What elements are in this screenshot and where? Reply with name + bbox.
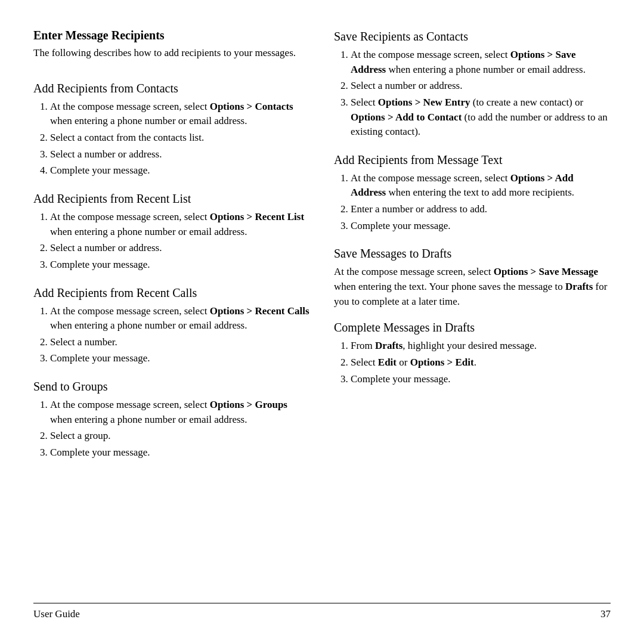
- content: Enter Message Recipients The following d…: [33, 29, 611, 598]
- section-recent-calls-title: Add Recipients from Recent Calls: [33, 285, 310, 301]
- list-item: Complete your message.: [351, 219, 611, 234]
- left-column: Enter Message Recipients The following d…: [33, 29, 310, 598]
- section-message-text: Add Recipients from Message Text At the …: [334, 152, 611, 236]
- list-item: Complete your message.: [50, 445, 310, 460]
- list-item: At the compose message screen, select Op…: [351, 48, 611, 77]
- recent-list-list: At the compose message screen, select Op…: [50, 210, 310, 273]
- list-item: Select a group.: [50, 429, 310, 444]
- contacts-list: At the compose message screen, select Op…: [50, 100, 310, 178]
- section-contacts-title: Add Recipients from Contacts: [33, 80, 310, 96]
- list-item: Select a number.: [50, 335, 310, 350]
- list-item: Complete your message.: [50, 163, 310, 178]
- section-save-drafts-title: Save Messages to Drafts: [334, 246, 611, 261]
- section-message-text-title: Add Recipients from Message Text: [334, 152, 611, 168]
- list-item: At the compose message screen, select Op…: [351, 171, 611, 200]
- list-item: Select a number or address.: [50, 147, 310, 162]
- section-contacts: Add Recipients from Contacts At the comp…: [33, 80, 310, 180]
- list-item: At the compose message screen, select Op…: [50, 398, 310, 427]
- footer-right: 37: [600, 608, 611, 620]
- list-item: Select a contact from the contacts list.: [50, 131, 310, 145]
- section-enter-message: Enter Message Recipients The following d…: [33, 29, 310, 70]
- groups-list: At the compose message screen, select Op…: [50, 398, 310, 460]
- list-item: Select Edit or Options > Edit.: [351, 355, 611, 370]
- right-column: Save Recipients as Contacts At the compo…: [334, 29, 611, 598]
- section-complete-drafts: Complete Messages in Drafts From Drafts,…: [334, 320, 611, 388]
- list-item: Complete your message.: [50, 351, 310, 366]
- page-intro: The following describes how to add recip…: [33, 46, 310, 60]
- list-item: Complete your message.: [50, 258, 310, 273]
- list-item: Select a number or address.: [351, 79, 611, 94]
- section-recent-list: Add Recipients from Recent List At the c…: [33, 191, 310, 274]
- page: Enter Message Recipients The following d…: [0, 0, 644, 644]
- list-item: At the compose message screen, select Op…: [50, 210, 310, 239]
- section-groups-title: Send to Groups: [33, 379, 310, 394]
- message-text-list: At the compose message screen, select Op…: [351, 171, 611, 234]
- section-complete-drafts-title: Complete Messages in Drafts: [334, 320, 611, 335]
- footer-left: User Guide: [33, 608, 80, 620]
- list-item: Complete your message.: [351, 372, 611, 387]
- list-item: Select Options > New Entry (to create a …: [351, 95, 611, 140]
- list-item: At the compose message screen, select Op…: [50, 100, 310, 129]
- section-save-recipients: Save Recipients as Contacts At the compo…: [334, 29, 611, 141]
- section-groups: Send to Groups At the compose message sc…: [33, 379, 310, 462]
- section-save-drafts: Save Messages to Drafts At the compose m…: [334, 246, 611, 309]
- recent-calls-list: At the compose message screen, select Op…: [50, 304, 310, 367]
- save-drafts-paragraph: At the compose message screen, select Op…: [334, 265, 611, 309]
- list-item: Select a number or address.: [50, 241, 310, 256]
- list-item: At the compose message screen, select Op…: [50, 304, 310, 333]
- section-recent-list-title: Add Recipients from Recent List: [33, 191, 310, 206]
- list-item: From Drafts, highlight your desired mess…: [351, 339, 611, 354]
- page-title: Enter Message Recipients: [33, 29, 310, 42]
- complete-drafts-list: From Drafts, highlight your desired mess…: [351, 339, 611, 386]
- list-item: Enter a number or address to add.: [351, 202, 611, 217]
- save-recipients-list: At the compose message screen, select Op…: [351, 48, 611, 140]
- footer: User Guide 37: [33, 603, 611, 620]
- section-recent-calls: Add Recipients from Recent Calls At the …: [33, 285, 310, 369]
- section-save-recipients-title: Save Recipients as Contacts: [334, 29, 611, 44]
